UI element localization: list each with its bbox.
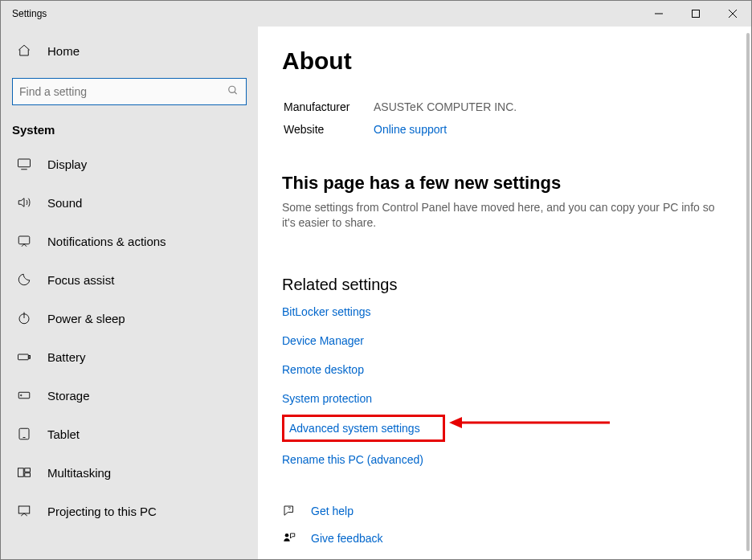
nav-multitasking[interactable]: Multitasking bbox=[1, 453, 258, 492]
nav-sound[interactable]: Sound bbox=[1, 183, 258, 222]
svg-rect-17 bbox=[18, 468, 24, 477]
svg-rect-12 bbox=[29, 356, 31, 359]
titlebar: Settings bbox=[1, 1, 751, 27]
svg-marker-24 bbox=[449, 417, 462, 428]
svg-rect-20 bbox=[18, 506, 30, 513]
nav-item-label: Storage bbox=[47, 389, 90, 403]
svg-line-5 bbox=[235, 92, 237, 94]
help-icon: ? bbox=[282, 504, 296, 518]
svg-point-4 bbox=[229, 86, 235, 92]
nav-battery[interactable]: Battery bbox=[1, 337, 258, 376]
link-rename-pc[interactable]: Rename this PC (advanced) bbox=[282, 453, 423, 466]
nav-focus-assist[interactable]: Focus assist bbox=[1, 260, 258, 299]
battery-icon bbox=[17, 349, 31, 364]
svg-point-22 bbox=[285, 533, 289, 538]
nav-item-label: Tablet bbox=[47, 427, 80, 441]
multitasking-icon bbox=[17, 465, 31, 480]
sidebar-group-system: System bbox=[1, 105, 258, 145]
svg-rect-19 bbox=[25, 473, 31, 477]
annotation-highlight: Advanced system settings bbox=[282, 415, 445, 442]
nav-notifications[interactable]: Notifications & actions bbox=[1, 222, 258, 260]
manufacturer-value: ASUSTeK COMPUTER INC. bbox=[374, 99, 533, 120]
svg-text:?: ? bbox=[288, 506, 292, 511]
nav-item-label: Power & sleep bbox=[47, 312, 125, 325]
nav-storage[interactable]: Storage bbox=[1, 376, 258, 415]
link-device-manager[interactable]: Device Manager bbox=[282, 334, 364, 347]
nav-item-label: Battery bbox=[47, 350, 86, 364]
svg-rect-18 bbox=[25, 468, 31, 472]
link-system-protection[interactable]: System protection bbox=[282, 392, 372, 405]
scrollbar[interactable] bbox=[746, 33, 750, 551]
svg-rect-8 bbox=[18, 236, 30, 244]
manufacturer-label: Manufacturer bbox=[284, 99, 372, 120]
nav-item-label: Sound bbox=[47, 196, 82, 210]
device-info: Manufacturer ASUSTeK COMPUTER INC. Websi… bbox=[282, 97, 534, 144]
website-link[interactable]: Online support bbox=[374, 123, 447, 136]
search-icon bbox=[227, 85, 239, 99]
link-get-help[interactable]: Get help bbox=[311, 505, 354, 517]
maximize-button[interactable] bbox=[677, 1, 714, 27]
nav-projecting[interactable]: Projecting to this PC bbox=[1, 492, 258, 530]
home-icon bbox=[17, 43, 31, 58]
svg-rect-1 bbox=[693, 10, 700, 18]
nav-item-label: Multitasking bbox=[47, 466, 111, 480]
sidebar: Home System Display Sound Notifications … bbox=[1, 27, 258, 559]
svg-point-14 bbox=[21, 394, 22, 396]
nav-item-label: Projecting to this PC bbox=[47, 505, 157, 518]
nav-item-label: Display bbox=[47, 157, 87, 171]
nav-display[interactable]: Display bbox=[1, 145, 258, 183]
website-label: Website bbox=[284, 121, 372, 142]
projecting-icon bbox=[17, 504, 31, 518]
notifications-icon bbox=[17, 234, 31, 248]
link-remote-desktop[interactable]: Remote desktop bbox=[282, 363, 364, 376]
link-bitlocker[interactable]: BitLocker settings bbox=[282, 305, 371, 318]
link-give-feedback[interactable]: Give feedback bbox=[311, 532, 383, 545]
nav-home-label: Home bbox=[47, 44, 80, 58]
nav-home[interactable]: Home bbox=[1, 35, 258, 67]
power-icon bbox=[17, 311, 31, 325]
new-settings-body: Some settings from Control Panel have mo… bbox=[282, 200, 727, 231]
display-icon bbox=[17, 157, 31, 171]
feedback-icon bbox=[282, 531, 296, 546]
search-wrap bbox=[12, 78, 247, 105]
link-advanced-system-settings[interactable]: Advanced system settings bbox=[289, 422, 420, 435]
nav-item-label: Notifications & actions bbox=[47, 235, 166, 248]
content: About Manufacturer ASUSTeK COMPUTER INC.… bbox=[258, 27, 751, 559]
close-button[interactable] bbox=[714, 1, 751, 27]
storage-icon bbox=[17, 388, 31, 403]
window-title: Settings bbox=[12, 8, 47, 19]
nav-power-sleep[interactable]: Power & sleep bbox=[1, 299, 258, 337]
svg-rect-11 bbox=[18, 354, 29, 360]
window-controls bbox=[640, 1, 751, 27]
related-settings-heading: Related settings bbox=[282, 276, 727, 294]
page-title: About bbox=[282, 47, 727, 75]
focus-assist-icon bbox=[17, 272, 31, 287]
search-input[interactable] bbox=[12, 78, 247, 105]
annotation-arrow bbox=[449, 415, 618, 431]
tablet-icon bbox=[17, 427, 31, 441]
minimize-button[interactable] bbox=[640, 1, 677, 27]
nav-tablet[interactable]: Tablet bbox=[1, 415, 258, 453]
nav-item-label: Focus assist bbox=[47, 273, 114, 287]
svg-rect-6 bbox=[18, 159, 31, 167]
new-settings-title: This page has a few new settings bbox=[282, 173, 727, 194]
sound-icon bbox=[17, 195, 31, 210]
